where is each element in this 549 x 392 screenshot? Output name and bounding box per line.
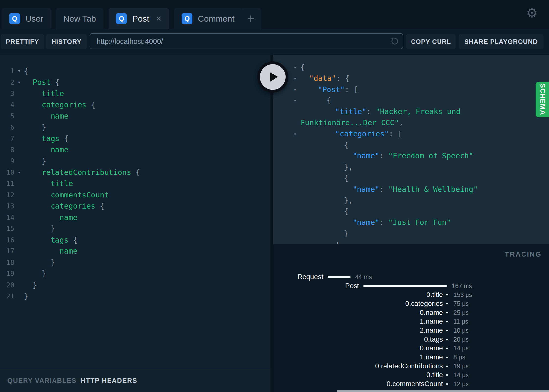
line-number: 6 [0, 122, 14, 133]
tracing-row: 0.name25 μs [273, 308, 549, 317]
query-badge: Q [9, 13, 20, 24]
code-text: }, [301, 162, 353, 173]
tracing-duration-dot [446, 366, 448, 367]
tracing-value: 11 μs [453, 317, 468, 326]
response-line: "name": "Just For Fun" [273, 217, 549, 228]
http-headers-toggle[interactable]: HTTP HEADERS [81, 369, 137, 392]
query-badge: Q [182, 13, 192, 24]
new-tab-button[interactable]: + [241, 8, 261, 29]
query-line[interactable]: 8name [0, 144, 273, 156]
fold-arrow-icon[interactable]: ▾ [14, 167, 24, 178]
line-number: 17 [0, 245, 14, 257]
code-text: { [301, 62, 305, 73]
query-line[interactable]: 11title [0, 178, 273, 189]
tracing-duration-dot [446, 321, 448, 322]
code-text: name [24, 110, 69, 122]
code-token: "name" [353, 218, 379, 227]
code-token: , [399, 118, 403, 127]
tab-new-tab[interactable]: New Tab [56, 8, 104, 29]
collapse-arrow-icon[interactable]: ▾ [294, 62, 301, 73]
fold-spacer [14, 234, 24, 246]
tracing-label: 1.name [273, 317, 443, 326]
history-button[interactable]: HISTORY [46, 34, 87, 49]
query-line[interactable]: 14name [0, 212, 273, 223]
query-line[interactable]: 17name [0, 245, 273, 257]
query-line[interactable]: 9} [0, 155, 273, 167]
line-number: 1 [0, 65, 14, 77]
code-token: { [131, 168, 140, 177]
query-line[interactable]: 3title [0, 88, 273, 99]
collapse-arrow-icon[interactable]: ▾ [294, 84, 301, 95]
tab-bar: QUserNew TabQPost✕QComment + ⚙ [0, 0, 549, 29]
query-line[interactable]: 18} [0, 257, 273, 268]
code-token: "name" [353, 185, 379, 194]
fold-arrow-icon[interactable]: ▾ [14, 65, 24, 77]
code-token: } [51, 258, 55, 267]
query-variables-toggle[interactable]: QUERY VARIABLES [7, 369, 77, 392]
reload-icon[interactable] [390, 37, 399, 46]
tracing-value: 14 μs [453, 344, 469, 353]
arrow-spacer [294, 195, 301, 206]
query-line[interactable]: 16tags { [0, 234, 273, 246]
fold-arrow-icon[interactable]: ▾ [14, 77, 24, 88]
settings-gear-icon[interactable]: ⚙ [526, 6, 538, 19]
code-token: : { [336, 74, 349, 83]
share-playground-button[interactable]: SHARE PLAYGROUND [459, 34, 543, 49]
query-line[interactable]: 4categories { [0, 99, 273, 111]
query-line[interactable]: 20} [0, 279, 273, 291]
query-line[interactable]: 12commentsCount [0, 189, 273, 201]
code-text: commentsCount [24, 189, 109, 201]
tab-post[interactable]: QPost✕ [109, 8, 169, 29]
query-line[interactable]: 13categories { [0, 200, 273, 212]
response-line: "name": "Freedom of Speech" [273, 150, 549, 162]
query-line[interactable]: 7tags { [0, 133, 273, 144]
execute-query-button[interactable] [257, 61, 288, 93]
tab-comment[interactable]: QComment [174, 8, 242, 29]
response-line: "name": "Health & Wellbeing" [273, 184, 549, 195]
code-token: } [24, 292, 28, 300]
tracing-duration-dot [446, 303, 448, 304]
code-text: "categories": [ [301, 128, 402, 140]
collapse-arrow-icon[interactable]: ▾ [294, 73, 301, 84]
code-text: } [24, 223, 55, 234]
code-token: { [301, 63, 305, 72]
code-token: title [51, 179, 73, 188]
line-number: 11 [0, 178, 14, 189]
response-line: }, [273, 162, 549, 173]
query-line[interactable]: 15} [0, 223, 273, 234]
collapse-arrow-icon[interactable]: ▾ [294, 128, 301, 140]
query-line[interactable]: 10▾relatedContributions { [0, 167, 273, 178]
prettify-button[interactable]: PRETTIFY [1, 34, 44, 49]
query-line[interactable]: 21} [0, 291, 273, 302]
tracing-label: 0.commentsCount [273, 379, 443, 388]
code-token: { [344, 207, 348, 216]
tracing-rows: Request44 msPost167 ms0.title153 μs0.cat… [273, 244, 549, 392]
arrow-spacer [294, 140, 301, 151]
tracing-label: 0.title [273, 290, 443, 299]
query-editor-pane[interactable]: 1▾{2▾Post {3title4categories {5name6}7ta… [0, 55, 273, 392]
query-line[interactable]: 19} [0, 268, 273, 279]
code-text: "data": { [301, 73, 350, 84]
tracing-value: 25 μs [453, 308, 469, 317]
copy-curl-button[interactable]: COPY CURL [406, 34, 456, 49]
code-token: "data" [309, 74, 336, 83]
query-editor-code: 1▾{2▾Post {3title4categories {5name6}7ta… [0, 65, 273, 302]
collapse-arrow-icon[interactable]: ▾ [294, 95, 301, 106]
tab-label: Comment [198, 14, 234, 24]
fold-spacer [14, 245, 24, 257]
tab-user[interactable]: QUser [2, 8, 51, 29]
query-line[interactable]: 5name [0, 110, 273, 122]
code-token: { [327, 96, 331, 105]
code-text: "name": "Freedom of Speech" [301, 150, 473, 162]
query-line[interactable]: 2▾Post { [0, 77, 273, 88]
code-text: Post { [24, 77, 59, 88]
pane-divider[interactable] [270, 55, 273, 392]
tab-label: User [26, 14, 43, 24]
query-line[interactable]: 1▾{ [0, 65, 273, 77]
horizontal-scrollbar[interactable] [337, 390, 549, 392]
schema-side-tab[interactable]: SCHEMA [536, 82, 549, 117]
close-tab-icon[interactable]: ✕ [156, 15, 162, 23]
code-token: } [33, 281, 37, 289]
endpoint-input[interactable] [96, 34, 382, 49]
query-line[interactable]: 6} [0, 122, 273, 133]
